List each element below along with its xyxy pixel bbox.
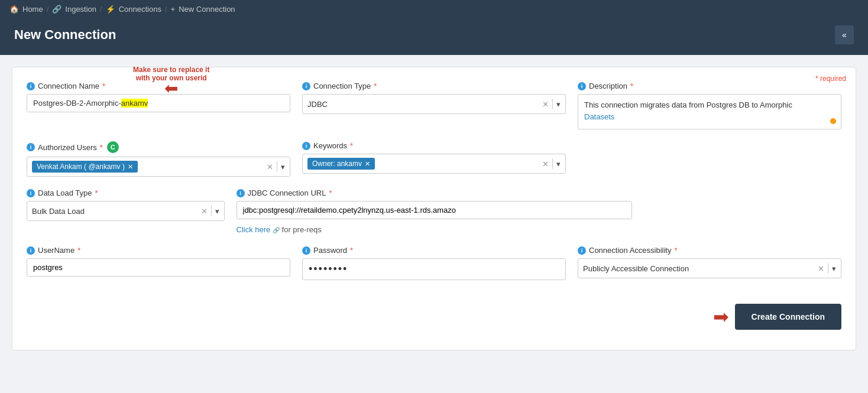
password-info-icon[interactable]: i xyxy=(302,246,310,255)
authorized-users-dropdown-icon[interactable]: ▾ xyxy=(281,163,285,171)
form-row-3: i Data Load Type * Bulk Data Load ✕ ▾ i … xyxy=(27,189,841,234)
data-load-type-group: i Data Load Type * Bulk Data Load ✕ ▾ xyxy=(27,189,225,221)
connection-accessibility-info-icon[interactable]: i xyxy=(578,246,586,255)
data-load-type-label: i Data Load Type * xyxy=(27,189,225,197)
required-note: * required xyxy=(815,74,846,83)
data-load-type-info-icon[interactable]: i xyxy=(27,189,35,197)
breadcrumb: 🏠 Home / 🔗 Ingestion / ⚡ Connections / +… xyxy=(0,0,868,18)
remove-user-tag[interactable]: ✕ xyxy=(128,163,133,171)
jdbc-url-group: i JDBC Connection URL * Click here 🔗 for… xyxy=(237,189,632,234)
password-label: i Password * xyxy=(302,246,566,255)
description-label: i Description * xyxy=(578,82,841,90)
connection-type-group: i Connection Type * JDBC ✕ ▾ xyxy=(302,82,566,114)
form-footer: ➡ Create Connection xyxy=(27,298,841,336)
connection-type-select[interactable]: JDBC ✕ ▾ xyxy=(302,94,566,114)
description-group: i Description * This connection migrates… xyxy=(578,82,841,129)
password-group: i Password * xyxy=(302,246,566,280)
click-here-link[interactable]: Click here xyxy=(237,225,271,234)
keywords-group: i Keywords * Owner: ankamv ✕ ✕ ▾ xyxy=(302,141,566,174)
connection-accessibility-group: i Connection Accessibility * Publicly Ac… xyxy=(578,246,841,278)
authorized-users-group: i Authorized Users * C Venkat Ankam ( @a… xyxy=(27,141,290,177)
home-icon: 🏠 xyxy=(9,5,19,14)
create-connection-button[interactable]: Create Connection xyxy=(735,304,841,330)
connection-name-input-wrapper: Make sure to replace it with your own us… xyxy=(27,94,290,112)
connection-type-value: JDBC xyxy=(307,100,542,109)
connection-type-info-icon[interactable]: i xyxy=(302,82,310,90)
authorized-users-info-icon[interactable]: i xyxy=(27,143,35,151)
connection-type-clear-icon[interactable]: ✕ xyxy=(542,100,549,109)
page-header: New Connection « xyxy=(0,18,868,55)
pre-reqs-text: for pre-reqs xyxy=(282,225,322,234)
username-info-icon[interactable]: i xyxy=(27,246,35,255)
sep2: / xyxy=(100,5,102,14)
divider2 xyxy=(277,161,277,172)
connection-accessibility-value: Publicly Accessible Connection xyxy=(583,264,818,273)
link-icon: 🔗 xyxy=(52,5,61,14)
divider xyxy=(552,99,553,109)
nav-current: New Connection xyxy=(179,5,235,14)
connection-name-info-icon[interactable]: i xyxy=(27,82,35,90)
nav-ingestion[interactable]: Ingestion xyxy=(65,5,96,14)
form-row-1: i Connection Name * Make sure to replace… xyxy=(27,82,841,129)
data-load-type-clear-icon[interactable]: ✕ xyxy=(201,207,208,216)
form-row-4: i UserName * i Password * i Connection A… xyxy=(27,246,841,280)
plus-icon: + xyxy=(171,5,176,14)
data-load-type-value: Bulk Data Load xyxy=(32,207,201,216)
username-label: i UserName * xyxy=(27,246,290,255)
nav-home[interactable]: Home xyxy=(22,5,43,14)
click-here-row: Click here 🔗 for pre-reqs xyxy=(237,225,632,234)
jdbc-url-info-icon[interactable]: i xyxy=(237,189,245,197)
jdbc-url-label: i JDBC Connection URL * xyxy=(237,189,632,197)
data-load-type-select[interactable]: Bulk Data Load ✕ ▾ xyxy=(27,201,225,221)
footer-arrow: ➡ xyxy=(713,306,729,328)
annotation-arrow: ⬅ xyxy=(164,79,178,98)
connection-type-dropdown-icon[interactable]: ▾ xyxy=(556,100,561,109)
connection-accessibility-clear-icon[interactable]: ✕ xyxy=(818,264,824,273)
collapse-button[interactable]: « xyxy=(835,25,854,44)
password-input[interactable] xyxy=(302,258,566,280)
new-connection-form: * required i Connection Name * Make sure… xyxy=(12,67,856,350)
divider5 xyxy=(828,263,828,274)
description-dot xyxy=(830,118,836,124)
authorized-users-field[interactable]: Venkat Ankam ( @ankamv ) ✕ ✕ ▾ xyxy=(27,157,290,177)
divider3 xyxy=(552,158,553,169)
keywords-field[interactable]: Owner: ankamv ✕ ✕ ▾ xyxy=(302,154,566,174)
divider4 xyxy=(211,206,212,216)
authorized-users-label: i Authorized Users * C xyxy=(27,141,290,153)
connection-type-label: i Connection Type * xyxy=(302,82,566,90)
annotation-line1: Make sure to replace it xyxy=(133,66,209,74)
remove-keyword-tag[interactable]: ✕ xyxy=(365,160,370,168)
add-user-button[interactable]: C xyxy=(107,141,119,153)
connection-accessibility-dropdown-icon[interactable]: ▾ xyxy=(832,264,836,273)
keywords-dropdown-icon[interactable]: ▾ xyxy=(556,160,561,168)
nav-connections[interactable]: Connections xyxy=(119,5,161,14)
connection-name-group: i Connection Name * Make sure to replace… xyxy=(27,82,290,112)
username-group: i UserName * xyxy=(27,246,290,277)
page-title: New Connection xyxy=(14,27,116,43)
external-link-icon: 🔗 xyxy=(273,227,280,233)
description-text: This connection migrates data from Postg… xyxy=(584,99,835,122)
keyword-tag: Owner: ankamv ✕ xyxy=(307,158,375,170)
data-load-type-dropdown-icon[interactable]: ▾ xyxy=(215,207,219,216)
keywords-clear-icon[interactable]: ✕ xyxy=(542,160,549,168)
jdbc-url-input[interactable] xyxy=(237,201,632,219)
connection-accessibility-label: i Connection Accessibility * xyxy=(578,246,841,255)
authorized-users-clear-icon[interactable]: ✕ xyxy=(267,163,273,171)
connections-icon: ⚡ xyxy=(106,5,115,14)
authorized-user-tag: Venkat Ankam ( @ankamv ) ✕ xyxy=(32,161,138,173)
description-info-icon[interactable]: i xyxy=(578,82,586,90)
sep1: / xyxy=(47,5,49,14)
description-field[interactable]: This connection migrates data from Postg… xyxy=(578,94,841,129)
connection-accessibility-select[interactable]: Publicly Accessible Connection ✕ ▾ xyxy=(578,258,841,278)
keywords-label: i Keywords * xyxy=(302,141,566,150)
form-row-2: i Authorized Users * C Venkat Ankam ( @a… xyxy=(27,141,841,177)
username-input[interactable] xyxy=(27,258,290,277)
keywords-info-icon[interactable]: i xyxy=(302,142,310,150)
annotation: Make sure to replace it with your own us… xyxy=(133,66,209,98)
sep3: / xyxy=(165,5,167,14)
